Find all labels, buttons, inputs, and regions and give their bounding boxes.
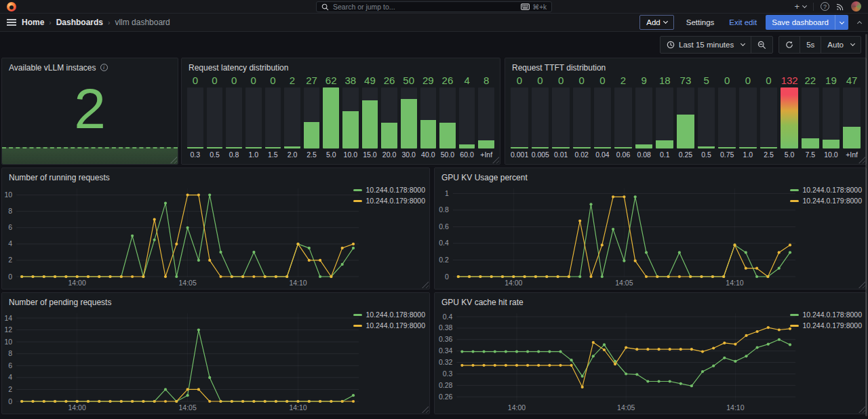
legend-series-name: 10.244.0.178:8000 <box>802 311 862 319</box>
breadcrumb-separator: › <box>108 19 110 26</box>
data-point <box>578 275 581 278</box>
scrollbar[interactable] <box>865 34 867 416</box>
bar-value: 0 <box>511 75 528 87</box>
legend-item[interactable]: 10.244.0.178:8000 <box>353 186 425 194</box>
data-point <box>524 275 526 278</box>
auto-refresh-picker[interactable]: Auto <box>821 37 861 53</box>
bar-track <box>843 87 861 148</box>
legend-item[interactable]: 10.244.0.178:8000 <box>790 186 862 194</box>
bar-fill <box>823 140 840 148</box>
bar-label: 40.0 <box>420 151 437 160</box>
legend-series-color <box>353 200 362 202</box>
data-point <box>745 355 747 357</box>
panel-title[interactable]: GPU KV cache hit rate <box>435 293 866 308</box>
legend-item[interactable]: 10.244.0.178:8000 <box>353 311 425 319</box>
data-point <box>711 275 714 278</box>
bar-label: 5.0 <box>323 151 339 160</box>
data-point <box>690 348 693 351</box>
x-axis-label: 14:10 <box>289 279 307 287</box>
refresh-icon <box>785 41 793 49</box>
bar-column: 227.5 <box>802 75 819 160</box>
bar-value: 18 <box>656 75 673 87</box>
zoom-out-time-button[interactable] <box>751 37 772 53</box>
y-axis-label: 2 <box>8 385 12 393</box>
grafana-logo-icon[interactable] <box>7 2 16 12</box>
new-item-button[interactable]: + <box>794 1 806 12</box>
stat-value: 2 <box>2 73 178 147</box>
info-icon[interactable]: i <box>100 64 108 71</box>
breadcrumb-dashboards[interactable]: Dashboards <box>56 18 103 27</box>
panel-title[interactable]: Number of pending requests <box>2 293 429 308</box>
bar-label: 0.5 <box>698 151 715 160</box>
search-input[interactable] <box>333 3 517 11</box>
search-bar[interactable]: ⌘+k <box>316 1 552 12</box>
settings-button[interactable]: Settings <box>680 15 721 30</box>
data-point <box>241 275 244 278</box>
legend-item[interactable]: 10.244.0.179:8000 <box>790 321 862 330</box>
y-axis-label: 0 <box>8 273 12 281</box>
bar-track <box>532 87 549 148</box>
add-button[interactable]: Add <box>639 15 673 30</box>
bar-column: 01.0 <box>739 75 757 160</box>
data-point <box>537 351 540 353</box>
legend-item[interactable]: 10.244.0.179:8000 <box>790 197 862 205</box>
data-point <box>667 275 670 278</box>
stat-sparkline <box>2 147 178 164</box>
refresh-button[interactable] <box>779 37 800 53</box>
panel-kv-cache-hit-rate: GPU KV cache hit rate 0.260.280.30.320.3… <box>434 292 867 414</box>
panel-title[interactable]: GPU KV Usage percent <box>435 168 866 183</box>
bar-label: 50.0 <box>439 151 456 160</box>
data-point <box>646 380 649 382</box>
data-point <box>108 400 111 403</box>
bar-track <box>459 87 475 148</box>
legend-item[interactable]: 10.244.0.179:8000 <box>353 197 425 205</box>
bar-track <box>781 87 798 148</box>
menu-toggle-icon[interactable] <box>7 19 16 26</box>
collapse-toolbar-icon[interactable] <box>854 18 861 27</box>
bar-fill <box>802 138 819 148</box>
data-point <box>557 275 559 278</box>
bar-fill <box>573 147 591 148</box>
y-axis-label: 0.8 <box>439 205 449 214</box>
data-point <box>264 400 267 403</box>
data-point <box>54 275 56 278</box>
help-icon[interactable]: ? <box>821 2 829 11</box>
y-axis-label: 8 <box>8 349 12 357</box>
panel-title-text: Number of running requests <box>9 173 110 182</box>
bar-label: 10.0 <box>342 151 359 160</box>
news-rss-icon[interactable] <box>836 3 844 11</box>
panel-title[interactable]: Available vLLM instaces i <box>2 58 178 73</box>
user-avatar[interactable] <box>851 1 861 12</box>
breadcrumb-home[interactable]: Home <box>22 18 44 27</box>
bar-column: 47+Inf <box>843 75 861 160</box>
y-axis-label: 0.34 <box>439 346 453 355</box>
data-point <box>490 275 493 278</box>
data-point <box>789 251 791 254</box>
time-controls: Last 15 minutes 5s Auto <box>660 36 861 54</box>
data-point <box>623 195 625 198</box>
bar-fill <box>781 87 798 148</box>
refresh-interval-label[interactable]: 5s <box>800 37 821 53</box>
bar-value: 2 <box>614 75 632 87</box>
panel-title[interactable]: Request TTFT distribution <box>505 58 866 73</box>
data-point <box>231 275 233 278</box>
data-point <box>501 275 504 278</box>
panel-title[interactable]: Number of running requests <box>2 168 429 183</box>
data-point <box>570 359 573 361</box>
data-point <box>98 275 100 278</box>
data-point <box>723 357 726 359</box>
data-point <box>612 195 614 198</box>
save-dashboard-button[interactable]: Save dashboard <box>766 15 848 30</box>
time-range-picker[interactable]: Last 15 minutes <box>660 37 751 53</box>
panel-title[interactable]: Request latency distribution <box>182 58 500 73</box>
legend-item[interactable]: 10.244.0.179:8000 <box>353 321 425 330</box>
zoom-out-icon <box>757 41 766 49</box>
bar-fill <box>362 100 378 148</box>
bar-track <box>284 87 300 148</box>
legend-item[interactable]: 10.244.0.178:8000 <box>790 311 862 319</box>
clock-icon <box>667 41 675 49</box>
save-options-caret[interactable] <box>835 20 848 25</box>
exit-edit-button[interactable]: Exit edit <box>726 15 760 30</box>
data-point <box>319 400 321 403</box>
bar-column: 2940.0 <box>420 75 437 160</box>
